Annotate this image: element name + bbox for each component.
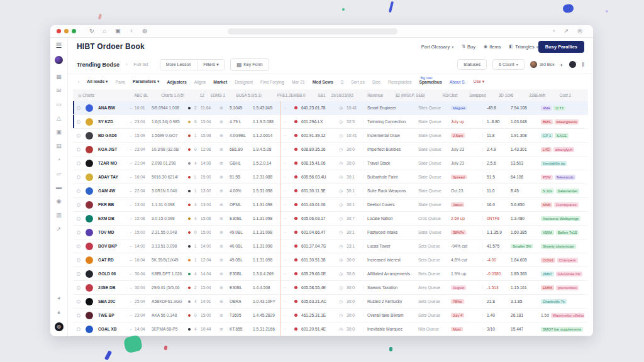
archive-icon[interactable]: ▤ <box>56 139 62 153</box>
user-chip[interactable]: 3rd Box <box>530 61 555 68</box>
table-row[interactable]: SBA 20C–25:04A5BKDF61.3GG414:01⊕OBRA1.0.… <box>73 295 588 309</box>
header-menu-item-buy[interactable]: ⇅Buy <box>462 44 475 50</box>
card-icon[interactable]: ▭ <box>56 97 62 111</box>
row-select[interactable] <box>77 175 86 179</box>
row-overflow-icon[interactable]: ⋯ <box>283 119 294 124</box>
refresh-icon[interactable]: ↻ <box>89 28 94 34</box>
row-select[interactable] <box>77 134 86 138</box>
row-overflow-icon[interactable]: ⋯ <box>283 133 294 138</box>
column-header-5[interactable]: BUSA 5.0(5.1) <box>236 93 277 97</box>
count-dropdown[interactable]: 6 Count ▾ <box>492 59 525 70</box>
folder-icon[interactable]: ▱ <box>57 167 61 180</box>
table-row[interactable]: OAT RD–16:045K.39/9(1)X49112:04⊕49.0BL1.… <box>73 253 588 267</box>
header-menu-item-part-glossary[interactable]: Part Glossary▾ <box>421 44 453 50</box>
filter-item-15[interactable]: SpamelbusBig man <box>419 80 441 84</box>
column-header-14[interactable]: 33BEnMt <box>529 93 559 97</box>
column-header-3[interactable]: 12 <box>200 93 211 97</box>
share-icon[interactable]: ↗ <box>57 222 62 236</box>
column-header-15[interactable]: Cost 2 <box>560 93 583 97</box>
header-menu-item-items[interactable]: ◉Items <box>484 44 501 50</box>
row-select[interactable] <box>77 162 86 165</box>
close-window-icon[interactable] <box>57 29 61 33</box>
filter-item-11[interactable]: S <box>341 80 344 84</box>
filter-item-4[interactable]: Adjusters <box>167 80 186 84</box>
row-select[interactable] <box>77 314 86 317</box>
filter-item-16[interactable]: About S. <box>450 80 466 84</box>
row-overflow-icon[interactable]: ⋯ <box>283 272 294 277</box>
filter-item-17[interactable]: Use ▾ <box>474 79 484 84</box>
table-row[interactable]: GOLD 06–30:04KBRLDFT 1.026414:04⊕E30BL1.… <box>73 267 588 281</box>
globe-icon[interactable]: ◐ <box>560 62 564 68</box>
row-overflow-icon[interactable]: ⋯ <box>283 285 294 290</box>
row-select[interactable] <box>77 148 86 151</box>
filter-item-5[interactable]: Aligns <box>194 80 206 84</box>
key-form-button[interactable]: ▩ Key Form <box>230 58 269 71</box>
flask-icon[interactable]: △ <box>57 111 61 125</box>
table-row[interactable]: TZAR MO–21:042.098 01.298414:08⊕GBHL1.5.… <box>73 156 588 170</box>
row-overflow-icon[interactable]: ⋯ <box>283 216 294 221</box>
row-overflow-icon[interactable]: ⋯ <box>283 189 294 194</box>
row-overflow-icon[interactable]: ⋯ <box>283 106 294 111</box>
row-overflow-icon[interactable]: ⋯ <box>283 244 294 249</box>
breadcrumb[interactable]: Trending Bodse <box>77 62 119 68</box>
column-header-7[interactable]: EB1 <box>318 93 331 97</box>
minimize-window-icon[interactable] <box>64 29 69 33</box>
wallet-icon[interactable]: ▬ <box>56 180 62 194</box>
row-overflow-icon[interactable]: ⋯ <box>283 327 294 332</box>
table-row[interactable]: 24SE DB–30:0429/6.01 (5/5.06215:04⊕E30BL… <box>73 281 588 295</box>
columns-icon[interactable]: ‖ <box>582 62 584 68</box>
filter-item-10[interactable]: Med Sews <box>313 80 333 84</box>
row-overflow-icon[interactable]: ⋯ <box>283 202 294 207</box>
menu-hamburger-icon[interactable]: ☰ <box>56 41 62 50</box>
table-row[interactable]: ADAY TAY–16:045016.30 6214/L15:00⊕51.5B1… <box>73 170 588 184</box>
table-row[interactable]: BOV BKP–14:003.13.51 0.098114:00⊕40.0BL1… <box>73 239 588 253</box>
statuses-button[interactable]: Statuses <box>457 59 487 70</box>
row-overflow-icon[interactable]: ⋯ <box>283 299 294 304</box>
row-overflow-icon[interactable]: ⋯ <box>283 161 294 166</box>
row-select[interactable] <box>77 203 86 207</box>
row-overflow-icon[interactable]: ⋯ <box>283 230 294 235</box>
column-header-4[interactable]: EDMS 1 <box>211 93 236 97</box>
column-header-13[interactable]: 3D 10x6 <box>499 93 529 97</box>
filter-item-13[interactable]: Size <box>372 80 380 84</box>
table-row[interactable]: TOV MD–15:002.31.55 0.048015:00⊕49.0BL1.… <box>73 226 588 239</box>
filter-item-6[interactable]: Market <box>213 80 227 84</box>
column-header-8[interactable]: 29/16/23(9)2 <box>331 93 367 97</box>
row-overflow-icon[interactable]: ⋯ <box>283 147 294 152</box>
inbox-icon[interactable]: ✉ <box>57 84 62 97</box>
account-icon[interactable] <box>569 61 576 68</box>
column-header-6[interactable]: PRE1.2EMBB.0 <box>277 93 318 97</box>
row-select[interactable] <box>77 300 86 304</box>
filter-item-1[interactable]: All leads ▾ <box>87 79 108 84</box>
droplet-icon[interactable]: ◔ <box>57 153 60 167</box>
row-overflow-icon[interactable]: ⋯ <box>283 313 294 318</box>
breadcrumb-sub[interactable]: Full list <box>133 62 148 67</box>
clock-icon[interactable]: ◕ <box>57 291 60 305</box>
column-header-1[interactable]: ABC BL <box>134 93 161 97</box>
table-row[interactable]: PKR BB–13:041.1.31 0.098413:04⊕OPML1.1.3… <box>73 198 588 212</box>
row-select[interactable] <box>77 327 86 331</box>
beaker-icon[interactable]: ▴ <box>57 305 60 319</box>
table-row[interactable]: COAL XB–14:043EPMA 68-P5410:44⊕KT.6551.5… <box>73 322 588 336</box>
table-row[interactable]: TWE BP–23:04AKA 56 0.348015:00⊕T36051.4.… <box>73 309 588 322</box>
filter-item-14[interactable]: Receptacles <box>388 80 411 84</box>
home-icon[interactable]: ⌂ <box>103 28 106 34</box>
app-logo[interactable]: ◍ <box>55 322 64 331</box>
workspace-avatar[interactable] <box>55 56 63 64</box>
header-menu-item-triangles[interactable]: ◧Triangles▾ <box>509 44 538 50</box>
row-select[interactable] <box>77 120 86 124</box>
filter-item-7[interactable]: Designed <box>235 80 253 84</box>
row-select[interactable] <box>77 258 86 262</box>
filter-item-9[interactable]: Mar 21 <box>292 80 305 84</box>
column-header-0[interactable]: ◎ Charts <box>78 93 134 97</box>
filter-item-3[interactable]: Parameters ▾ <box>133 79 159 84</box>
filter-item-2[interactable]: Pairs <box>116 80 126 84</box>
extension-icon[interactable]: ▣ <box>115 28 121 34</box>
row-select[interactable] <box>77 189 86 193</box>
filter-item-8[interactable]: Find Forying <box>260 80 284 84</box>
filter-item-0[interactable]: ‹ <box>78 80 79 84</box>
column-header-2[interactable]: Charts 1.0(5) <box>161 93 199 97</box>
profile-dot-icon[interactable]: ◍ <box>142 28 147 34</box>
book-icon[interactable]: ▥ <box>56 208 62 222</box>
back-icon[interactable]: ‹ <box>553 28 555 34</box>
